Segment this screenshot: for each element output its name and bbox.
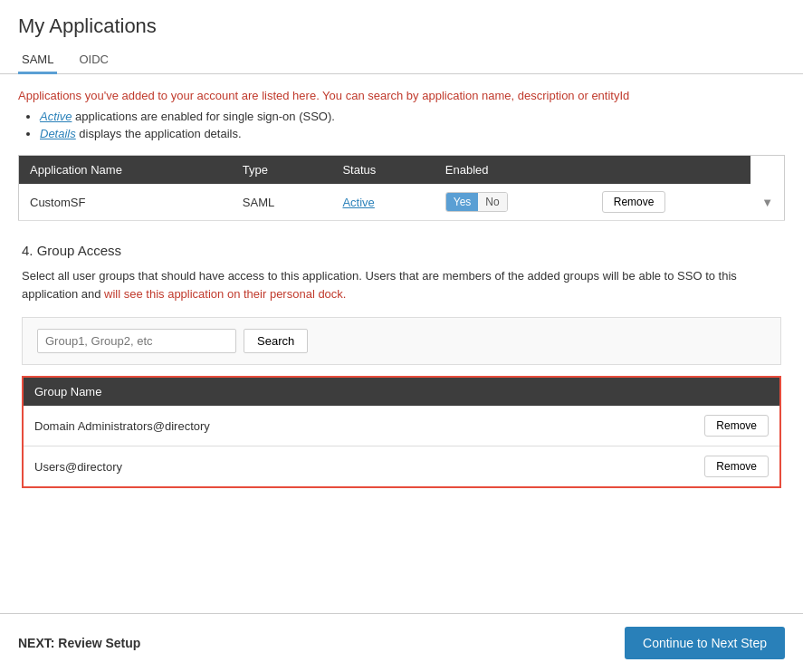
group-row-1: Domain Administrators@directory Remove: [24, 406, 779, 446]
group-row-2: Users@directory Remove: [24, 446, 779, 487]
app-chevron-cell: ▼: [750, 184, 784, 221]
group-access-section: 4. Group Access Select all user groups t…: [18, 243, 785, 488]
group-table-wrapper: Group Name Domain Administrators@directo…: [22, 376, 781, 488]
app-table-header-row: Application Name Type Status Enabled: [19, 156, 785, 185]
app-type-cell: SAML: [232, 184, 332, 221]
page-footer: NEXT: Review Setup Continue to Next Step: [0, 613, 803, 672]
col-enabled: Enabled: [435, 156, 591, 185]
col-type: Type: [232, 156, 332, 185]
info-bullet-1-rest: applications are enabled for single sign…: [72, 110, 335, 123]
col-app-name: Application Name: [19, 156, 232, 185]
chevron-down-icon: ▼: [761, 196, 773, 209]
info-bullet-2: Details displays the application details…: [40, 127, 785, 140]
info-list: Active applications are enabled for sing…: [40, 110, 785, 140]
info-main-text: Applications you've added to your accoun…: [18, 89, 785, 102]
group-table-header-row: Group Name: [24, 378, 779, 406]
enabled-toggle[interactable]: Yes No: [445, 192, 508, 212]
app-status-active-link[interactable]: Active: [342, 196, 374, 209]
tab-oidc[interactable]: OIDC: [75, 47, 112, 74]
group-remove-col-1: Remove: [693, 406, 779, 446]
page-title: My Applications: [18, 14, 785, 38]
group-remove-col-2: Remove: [693, 446, 779, 487]
group-name-cell-2: Users@directory: [24, 446, 693, 487]
app-enabled-cell: Yes No: [435, 184, 591, 221]
group-search-input[interactable]: [37, 329, 236, 353]
active-link[interactable]: Active: [40, 110, 72, 123]
continue-button[interactable]: Continue to Next Step: [625, 627, 785, 659]
col-group-name: Group Name: [24, 378, 693, 406]
tab-bar: SAML OIDC: [18, 47, 785, 73]
content-area: Applications you've added to your accoun…: [0, 74, 803, 613]
toggle-yes[interactable]: Yes: [446, 193, 479, 211]
app-row: CustomSF SAML Active Yes No Remove: [19, 184, 785, 221]
group-table: Group Name Domain Administrators@directo…: [24, 378, 779, 486]
app-name-cell: CustomSF: [19, 184, 232, 221]
col-actions: [591, 156, 750, 185]
group-access-title: 4. Group Access: [22, 243, 781, 258]
app-remove-button[interactable]: Remove: [602, 191, 666, 213]
toggle-no[interactable]: No: [478, 193, 506, 211]
next-label: NEXT: Review Setup: [18, 636, 140, 650]
app-status-cell: Active: [331, 184, 434, 221]
group-remove-button-2[interactable]: Remove: [704, 456, 769, 477]
info-bullet-1: Active applications are enabled for sing…: [40, 110, 785, 123]
group-search-box: Search: [22, 317, 781, 365]
app-remove-cell: Remove: [591, 184, 750, 221]
applications-table: Application Name Type Status Enabled Cus…: [18, 155, 785, 221]
group-remove-button-1[interactable]: Remove: [704, 415, 769, 437]
page-header: My Applications SAML OIDC: [0, 0, 803, 74]
group-search-button[interactable]: Search: [244, 329, 308, 353]
col-status: Status: [331, 156, 434, 185]
group-access-description: Select all user groups that should have …: [22, 267, 781, 302]
description-highlight: will see this application on their perso…: [104, 287, 346, 301]
section-title-text: Group Access: [37, 243, 121, 258]
col-group-remove: [693, 378, 779, 406]
details-link[interactable]: Details: [40, 127, 76, 140]
section-number: 4.: [22, 243, 33, 258]
group-name-cell-1: Domain Administrators@directory: [24, 406, 693, 446]
info-bullet-2-rest: displays the application details.: [76, 127, 242, 140]
tab-saml[interactable]: SAML: [18, 47, 57, 74]
page-wrapper: My Applications SAML OIDC Applications y…: [0, 0, 803, 672]
